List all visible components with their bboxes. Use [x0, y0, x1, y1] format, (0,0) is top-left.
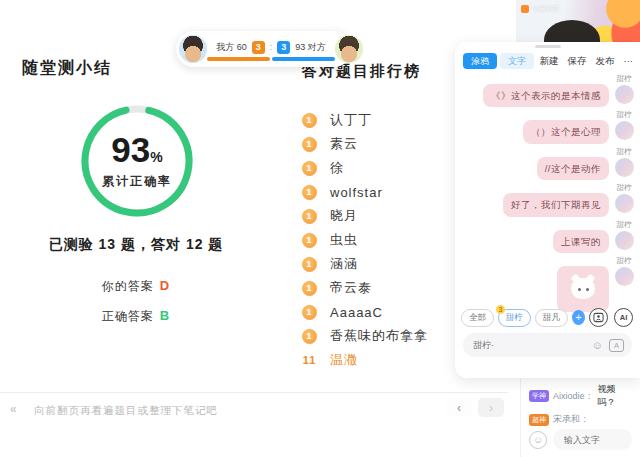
chat-text: 视频吗？ — [598, 383, 632, 409]
opponent-progress-bar — [272, 57, 335, 61]
player-name: 帝云泰 — [330, 279, 372, 297]
medal-icon: 1 — [302, 161, 317, 176]
team-score-bar: 我方 60 3 : 3 93 对方 — [176, 31, 352, 67]
sender-name: 甜柠 — [617, 110, 632, 120]
new-button[interactable]: 新建 — [540, 55, 559, 68]
message-bubble: 好了，我们下期再见 — [503, 193, 609, 216]
sender-name: 甜柠 — [617, 147, 632, 157]
your-answer-row: 你的答案D — [0, 278, 272, 295]
opponent-team-label: 93 对方 — [295, 41, 326, 54]
leaderboard-row: 1涵涵 — [302, 254, 428, 274]
message-bubble: 上课写的 — [553, 230, 609, 253]
publish-button[interactable]: 发布 — [596, 55, 615, 68]
leaderboard-row-highlighted: 11温瀓 — [302, 350, 428, 370]
your-answer-value: D — [160, 278, 170, 293]
sender-name: 甜柠 — [617, 74, 632, 84]
accuracy-caption: 累计正确率 — [102, 173, 172, 190]
player-name: 香蕉味的布拿拿 — [330, 327, 428, 345]
font-style-icon[interactable]: A — [609, 339, 624, 352]
player-name: 素云 — [330, 135, 358, 153]
chip-all[interactable]: 全部 — [461, 309, 494, 327]
chat-message: （）这个是心理 甜柠 — [463, 110, 634, 143]
live-chat-input-field[interactable] — [553, 429, 632, 450]
score-progress-bars — [207, 57, 335, 61]
teacher-video-thumbnail[interactable]: 小猴语文 — [516, 0, 640, 44]
chat-message: 上课写的 甜柠 — [463, 220, 634, 253]
drag-handle[interactable] — [535, 45, 561, 48]
live-chat-message: 学神 Aixiodie： 视频吗？ — [529, 383, 632, 409]
sticker-bubble — [557, 266, 609, 312]
sender-name: 甜柠 — [617, 183, 632, 193]
prev-page-button[interactable]: ‹ — [446, 398, 472, 417]
notes-input-box[interactable]: ☺ A — [463, 333, 632, 357]
live-chat-input-row: ☺ — [529, 429, 632, 450]
medal-icon: 1 — [302, 281, 317, 296]
next-page-button[interactable]: › — [478, 398, 504, 417]
medal-icon: 1 — [302, 329, 317, 344]
bottom-divider — [0, 392, 508, 393]
chip-tianning[interactable]: 甜柠3 — [498, 309, 531, 327]
tab-text[interactable]: 文字 — [500, 53, 534, 69]
sender-name: 甜柠 — [617, 256, 632, 266]
live-chat-message: 超神 宋承和： — [529, 413, 632, 426]
page-hint-text: 向前翻页再看遍题目或整理下笔记吧 — [34, 404, 218, 418]
notes-actions: 新建 保存 发布 ··· — [540, 55, 634, 68]
my-score-box: 3 — [252, 41, 265, 54]
chat-user-name: 宋承和： — [553, 413, 589, 426]
emoji-smiley-icon[interactable]: ☺ — [592, 340, 603, 351]
notes-text-input[interactable] — [471, 339, 586, 351]
sender-avatar — [615, 194, 634, 213]
player-name: 晓月 — [330, 207, 358, 225]
rank-number: 11 — [302, 354, 317, 366]
back-chevrons-icon[interactable]: « — [10, 402, 16, 416]
player-name: 认丁丁 — [330, 111, 372, 129]
my-team-avatar-icon — [179, 35, 207, 63]
player-name: AaaaaC — [330, 305, 383, 320]
player-name: 虫虫 — [330, 231, 358, 249]
medal-icon: 1 — [302, 305, 317, 320]
cat-face-sticker-icon — [571, 278, 595, 299]
tool-icons: AI — [589, 308, 633, 327]
player-name: 涵涵 — [330, 255, 358, 273]
leaderboard-list: 1认丁丁 1素云 1徐 1wolfstar 1晓月 1虫虫 1涵涵 1帝云泰 1… — [302, 110, 428, 370]
leaderboard-row: 1AaaaaC — [302, 302, 428, 322]
live-chat-input[interactable] — [562, 434, 623, 446]
filter-chip-row: 全部 甜柠3 甜凡 + AI — [461, 308, 633, 327]
rank-badge-chaoshen: 超神 — [529, 414, 549, 426]
contact-card-icon[interactable] — [589, 308, 608, 327]
leaderboard-row: 1徐 — [302, 158, 428, 178]
medal-icon: 1 — [302, 209, 317, 224]
chat-user-name: Aixiodie： — [553, 390, 594, 403]
medal-icon: 1 — [302, 233, 317, 248]
message-bubble: //这个是动作 — [537, 157, 609, 180]
sender-avatar — [615, 267, 634, 286]
more-button[interactable]: ··· — [624, 55, 634, 68]
leaderboard-row: 1晓月 — [302, 206, 428, 226]
leaderboard-row: 1wolfstar — [302, 182, 428, 202]
player-name: wolfstar — [330, 185, 383, 200]
sender-avatar — [615, 121, 634, 140]
rank-badge-xueshen: 学神 — [529, 390, 549, 402]
leaderboard-row: 1认丁丁 — [302, 110, 428, 130]
chat-emoji-icon[interactable]: ☺ — [529, 431, 547, 449]
live-chat-panel: 学神 Aixiodie： 视频吗？ 超神 宋承和： ☺ — [521, 378, 640, 457]
sender-avatar — [615, 231, 634, 250]
chat-message-sticker: 甜柠 — [463, 256, 634, 312]
ai-assistant-icon[interactable]: AI — [614, 308, 633, 327]
medal-icon: 1 — [302, 257, 317, 272]
opponent-team-avatar-icon — [335, 35, 363, 63]
sender-avatar — [615, 85, 634, 104]
player-name: 徐 — [330, 159, 344, 177]
accuracy-percent: 93 — [111, 130, 150, 169]
app-watermark: 小猴语文 — [521, 4, 560, 14]
add-chip-button[interactable]: + — [572, 310, 585, 325]
app-logo-icon — [521, 5, 529, 13]
sender-avatar — [615, 158, 634, 177]
message-list: 《》这个表示的是本情感 甜柠 （）这个是心理 甜柠 //这个是动作 甜柠 好了，… — [463, 74, 634, 315]
save-button[interactable]: 保存 — [568, 55, 587, 68]
correct-answer-row: 正确答案B — [0, 308, 272, 325]
medal-icon: 1 — [302, 113, 317, 128]
chip-tianfan[interactable]: 甜凡 — [535, 309, 568, 327]
tab-doodle[interactable]: 涂鸦 — [463, 53, 497, 69]
score-colon: : — [270, 42, 273, 52]
